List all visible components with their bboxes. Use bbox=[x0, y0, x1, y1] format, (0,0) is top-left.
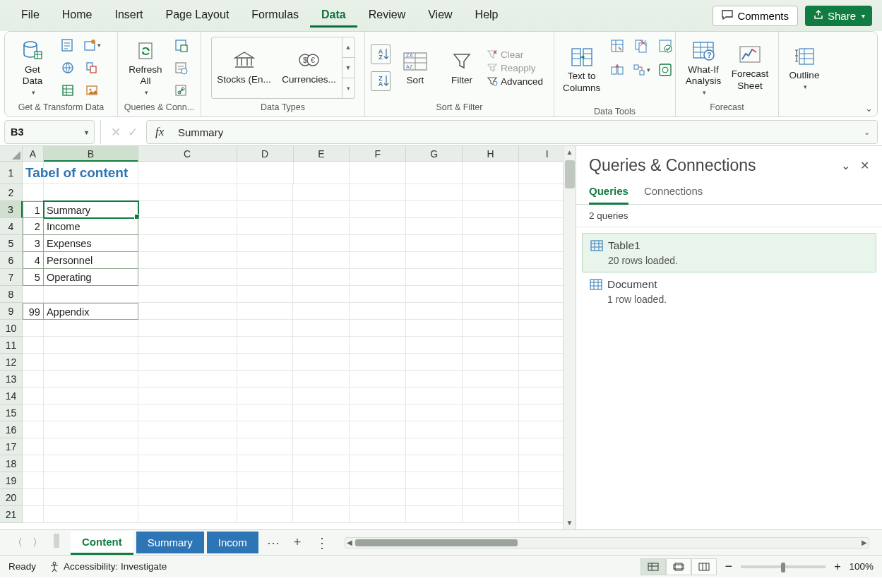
cell-H14[interactable] bbox=[463, 388, 519, 404]
cell-C12[interactable] bbox=[138, 354, 237, 371]
cell-G11[interactable] bbox=[406, 337, 463, 354]
rowhead-2[interactable]: 2 bbox=[0, 184, 23, 201]
datatypes-more[interactable]: ▾ bbox=[342, 78, 354, 98]
cell-G17[interactable] bbox=[406, 438, 463, 455]
cell-B11[interactable] bbox=[44, 337, 138, 354]
cell-B7[interactable]: Operating bbox=[44, 269, 138, 286]
cell-D18[interactable] bbox=[237, 455, 294, 472]
cell-D1[interactable] bbox=[237, 162, 294, 184]
cell-C17[interactable] bbox=[138, 438, 237, 455]
recent-sources-button[interactable] bbox=[81, 35, 102, 56]
fx-icon[interactable]: fx bbox=[155, 125, 164, 139]
cell-D11[interactable] bbox=[237, 337, 294, 354]
sheet-nav-prev[interactable]: 〈 bbox=[10, 534, 25, 552]
cell-H21[interactable] bbox=[463, 506, 519, 523]
rowhead-16[interactable]: 16 bbox=[0, 421, 23, 438]
colhead-H[interactable]: H bbox=[463, 146, 519, 162]
cell-E19[interactable] bbox=[293, 472, 350, 489]
cell-B2[interactable] bbox=[44, 184, 138, 201]
cell-H1[interactable] bbox=[463, 162, 519, 184]
cell-E11[interactable] bbox=[293, 337, 350, 354]
select-all-corner[interactable] bbox=[0, 146, 23, 162]
cell-B14[interactable] bbox=[44, 388, 138, 404]
cell-B21[interactable] bbox=[44, 506, 138, 523]
colhead-G[interactable]: G bbox=[406, 146, 463, 162]
cell-H18[interactable] bbox=[463, 455, 519, 472]
cell-D20[interactable] bbox=[237, 489, 294, 506]
existing-connections-button[interactable] bbox=[81, 57, 102, 78]
name-box[interactable]: B3 ▾ bbox=[4, 120, 95, 144]
cell-F17[interactable] bbox=[350, 438, 406, 455]
cell-H19[interactable] bbox=[463, 472, 519, 489]
cell-G7[interactable] bbox=[406, 269, 463, 286]
remove-duplicates-button[interactable] bbox=[630, 35, 652, 57]
cell-D13[interactable] bbox=[237, 371, 294, 388]
cell-A5[interactable]: 3 bbox=[23, 235, 44, 252]
cell-A9[interactable]: 99 bbox=[23, 303, 44, 320]
cell-A11[interactable] bbox=[23, 337, 44, 354]
sort-asc-button[interactable]: AZ bbox=[371, 44, 391, 64]
cell-B3[interactable]: Summary bbox=[44, 201, 138, 218]
cell-F9[interactable] bbox=[350, 303, 406, 320]
scroll-up-arrow[interactable]: ▲ bbox=[564, 146, 576, 159]
cell-H3[interactable] bbox=[463, 201, 519, 218]
cell-G15[interactable] bbox=[406, 404, 463, 421]
cell-D15[interactable] bbox=[237, 404, 294, 421]
cell-A19[interactable] bbox=[23, 472, 44, 489]
cell-E15[interactable] bbox=[293, 404, 350, 421]
cell-C3[interactable] bbox=[138, 201, 237, 218]
rowhead-7[interactable]: 7 bbox=[0, 269, 23, 286]
zoom-slider[interactable] bbox=[741, 565, 826, 568]
cell-D5[interactable] bbox=[237, 235, 294, 252]
get-data-button[interactable]: Get Data bbox=[11, 37, 54, 99]
cell-D16[interactable] bbox=[237, 421, 294, 438]
rowhead-3[interactable]: 3 bbox=[0, 201, 23, 218]
cell-A16[interactable] bbox=[23, 421, 44, 438]
cell-F4[interactable] bbox=[350, 218, 406, 235]
rowhead-14[interactable]: 14 bbox=[0, 388, 23, 404]
cell-C19[interactable] bbox=[138, 472, 237, 489]
properties-button[interactable] bbox=[170, 57, 191, 78]
cell-H12[interactable] bbox=[463, 354, 519, 371]
sort-button[interactable]: ZAAZ Sort bbox=[393, 48, 437, 88]
cell-G21[interactable] bbox=[406, 506, 463, 523]
cell-G19[interactable] bbox=[406, 472, 463, 489]
hscroll-left[interactable]: ◀ bbox=[347, 538, 352, 548]
cell-B17[interactable] bbox=[44, 438, 138, 455]
cell-A7[interactable]: 5 bbox=[23, 269, 44, 286]
menu-data[interactable]: Data bbox=[310, 4, 357, 28]
panel-collapse-button[interactable]: ⌄ bbox=[841, 159, 850, 172]
sheet-tabs-overflow[interactable]: ⋯ bbox=[261, 535, 285, 551]
cell-D4[interactable] bbox=[237, 218, 294, 235]
refresh-all-button[interactable]: Refresh All bbox=[124, 37, 167, 99]
cell-D3[interactable] bbox=[237, 201, 294, 218]
cell-G16[interactable] bbox=[406, 421, 463, 438]
cell-G1[interactable] bbox=[406, 162, 463, 184]
cell-F20[interactable] bbox=[350, 489, 406, 506]
cell-A8[interactable] bbox=[23, 286, 44, 303]
whatif-analysis-button[interactable]: ? What-If Analysis bbox=[681, 37, 725, 99]
consolidate-button[interactable] bbox=[606, 59, 628, 81]
cell-G5[interactable] bbox=[406, 235, 463, 252]
cell-D21[interactable] bbox=[237, 506, 294, 523]
cell-B19[interactable] bbox=[44, 472, 138, 489]
cell-G20[interactable] bbox=[406, 489, 463, 506]
cell-A6[interactable]: 4 bbox=[23, 252, 44, 269]
panel-tab-queries[interactable]: Queries bbox=[589, 181, 628, 205]
cell-H8[interactable] bbox=[463, 286, 519, 303]
sort-desc-button[interactable]: ZA bbox=[371, 71, 391, 91]
cell-A13[interactable] bbox=[23, 371, 44, 388]
cell-E9[interactable] bbox=[293, 303, 350, 320]
cell-B1[interactable] bbox=[44, 162, 138, 184]
cell-B16[interactable] bbox=[44, 421, 138, 438]
cell-G14[interactable] bbox=[406, 388, 463, 404]
cell-E4[interactable] bbox=[293, 218, 350, 235]
cell-H4[interactable] bbox=[463, 218, 519, 235]
reapply-filter-button[interactable]: Reapply bbox=[487, 63, 543, 73]
cell-E6[interactable] bbox=[293, 252, 350, 269]
sheet-tab-income[interactable]: Incom bbox=[207, 532, 258, 553]
menu-page-layout[interactable]: Page Layout bbox=[154, 4, 240, 28]
rowhead-15[interactable]: 15 bbox=[0, 404, 23, 421]
formula-bar[interactable]: fx Summary ⌄ bbox=[146, 120, 878, 144]
cell-A2[interactable] bbox=[23, 184, 44, 201]
